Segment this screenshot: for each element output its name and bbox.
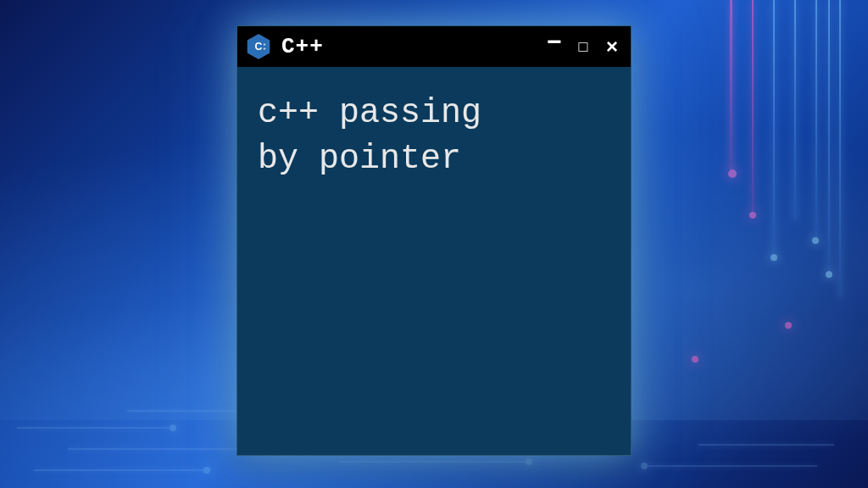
close-button[interactable]: × <box>602 36 622 57</box>
window-controls: − □ × <box>544 34 622 59</box>
titlebar[interactable]: C + + C++ − □ × <box>237 26 631 67</box>
terminal-content: c++ passing by pointer <box>237 67 631 455</box>
window-title: C++ <box>281 34 536 59</box>
minimize-button[interactable]: − <box>544 29 565 54</box>
svg-text:+: + <box>264 46 266 51</box>
maximize-button[interactable]: □ <box>573 39 593 54</box>
svg-text:C: C <box>255 41 263 53</box>
cpp-icon: C + + <box>244 32 273 61</box>
terminal-window: C + + C++ − □ × c++ passing by pointer <box>236 25 632 456</box>
